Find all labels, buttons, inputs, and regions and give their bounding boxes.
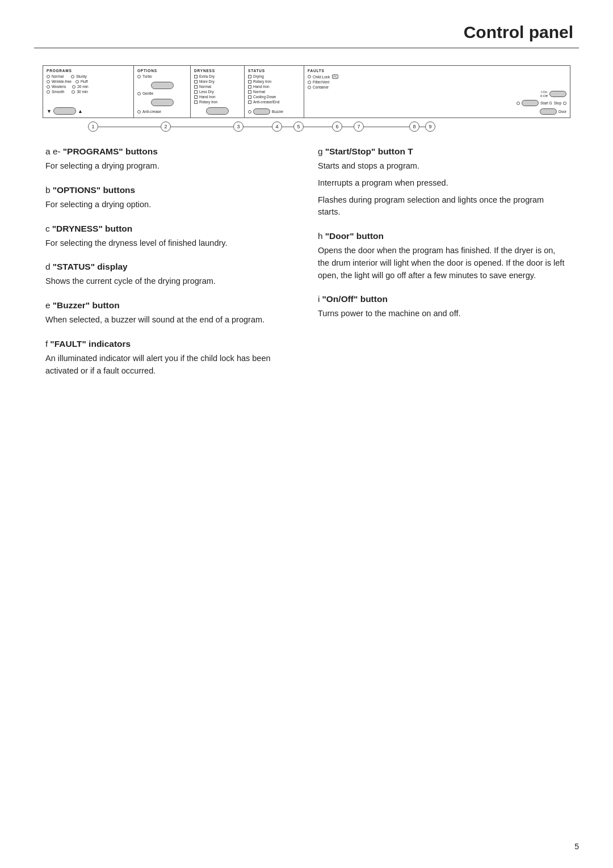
dryness-title: DRYNESS [194, 69, 241, 73]
num-8: 8 [409, 121, 419, 132]
section-i-heading: i"On/Off" button [318, 294, 568, 304]
opt-anticrease: Anti-crease [137, 110, 187, 114]
control-panel-diagram: PROGRAMS Normal Sturdy Wrinkle-free Fluf… [43, 65, 570, 118]
dryness-button[interactable] [206, 107, 229, 115]
num-9: 9 [425, 121, 435, 132]
stat-drying: Drying [248, 74, 300, 78]
section-h-body: Opens the door when the program has fini… [318, 245, 568, 282]
title-divider [34, 48, 579, 48]
num-6: 6 [332, 121, 342, 132]
numbered-indicators: 1 2 3 4 5 6 7 8 9 [34, 118, 579, 135]
faults-title: FAULTS [308, 69, 566, 73]
status-section: STATUS Drying Rotary Iron Hand Iron Norm… [245, 66, 304, 118]
section-c-body: For selecting the dryness level of finis… [45, 237, 295, 250]
section-e-heading: e"Buzzer" button [45, 300, 295, 311]
options-title: OPTIONS [137, 69, 187, 73]
page-number: 5 [574, 842, 579, 851]
startstop-area[interactable]: Start G Stop [308, 100, 566, 106]
num-2: 2 [161, 121, 171, 132]
dry-less: Less Dry [194, 90, 241, 94]
options-button-2[interactable] [151, 99, 174, 106]
section-d-body: Shows the current cycle of the drying pr… [45, 275, 295, 288]
fault-filtervent: Filter/Vent [308, 80, 566, 84]
opt-gentle: Gentle [137, 91, 187, 95]
section-a-body: For selecting a drying program. [45, 160, 295, 173]
section-a: a e-"PROGRAMS" buttons For selecting a d… [45, 146, 295, 173]
programs-title: PROGRAMS [47, 69, 130, 73]
section-h: h"Door" button Opens the door when the p… [318, 231, 568, 282]
prog-wrinkle: Wrinkle-free Fluff [47, 79, 130, 83]
prog-smooth: Smooth 30 min [47, 90, 130, 94]
fault-childlock: Child Lock PC [308, 74, 566, 79]
section-d-heading: d"STATUS" display [45, 262, 295, 272]
section-g-body: Starts and stops a program. Interrupts a… [318, 160, 568, 219]
page-title: Control panel [34, 23, 579, 42]
stat-rotary: Rotary Iron [248, 79, 300, 83]
stat-anticrease: Anti-crease/End [248, 100, 300, 104]
section-f-body: An illuminated indicator will alert you … [45, 353, 295, 378]
dryness-section: DRYNESS Extra Dry More Dry Normal Less D… [191, 66, 245, 118]
section-d: d"STATUS" display Shows the current cycl… [45, 262, 295, 288]
programs-section: PROGRAMS Normal Sturdy Wrinkle-free Fluf… [43, 66, 134, 118]
section-c: c"DRYNESS" button For selecting the dryn… [45, 224, 295, 250]
section-i: i"On/Off" button Turns power to the mach… [318, 294, 568, 320]
num-4: 4 [272, 121, 282, 132]
status-title: STATUS [248, 69, 300, 73]
section-e-body: When selected, a buzzer will sound at th… [45, 314, 295, 326]
buzzer-area[interactable]: Buzzer [248, 108, 300, 115]
section-a-heading: a e-"PROGRAMS" buttons [45, 146, 295, 157]
section-b-heading: b"OPTIONS" buttons [45, 185, 295, 195]
section-b: b"OPTIONS" buttons For selecting a dryin… [45, 185, 295, 211]
onoff-area[interactable]: I·On0·Off [308, 90, 566, 98]
num-1: 1 [88, 121, 98, 132]
content-area: a e-"PROGRAMS" buttons For selecting a d… [34, 146, 579, 389]
prog-woolens: Woolens 20 min [47, 85, 130, 89]
section-g: g"Start/Stop" button T Starts and stops … [318, 146, 568, 219]
stat-cooling: Cooling Down [248, 95, 300, 99]
opt-turbo: Turbo [137, 74, 187, 78]
section-b-body: For selecting a drying option. [45, 199, 295, 211]
options-section: OPTIONS Turbo Gentle Anti-crease [134, 66, 191, 118]
faults-section: FAULTS Child Lock PC Filter/Vent Contain… [304, 66, 570, 118]
num-7: 7 [354, 121, 364, 132]
section-c-heading: c"DRYNESS" button [45, 224, 295, 234]
dry-handiron: Hand Iron [194, 95, 241, 99]
fault-container: Container [308, 85, 566, 89]
section-i-body: Turns power to the machine on and off. [318, 308, 568, 320]
options-button-1[interactable] [151, 82, 174, 89]
stat-normal: Normal [248, 90, 300, 94]
right-controls: I·On0·Off Start G Stop Door [308, 90, 566, 115]
section-h-heading: h"Door" button [318, 231, 568, 241]
programs-knob-area[interactable]: ▼ ▲ [47, 107, 130, 115]
dry-extra: Extra Dry [194, 74, 241, 78]
section-g-heading: g"Start/Stop" button T [318, 146, 568, 157]
section-f-heading: f"FAULT" indicators [45, 339, 295, 349]
section-f: f"FAULT" indicators An illuminated indic… [45, 339, 295, 378]
stat-handiron: Hand Iron [248, 85, 300, 89]
num-5: 5 [293, 121, 304, 132]
num-3: 3 [233, 121, 243, 132]
dry-normal: Normal [194, 85, 241, 89]
door-area[interactable]: Door [308, 108, 566, 115]
section-e: e"Buzzer" button When selected, a buzzer… [45, 300, 295, 326]
dry-more: More Dry [194, 79, 241, 83]
dry-rotaryiron: Rotary Iron [194, 100, 241, 104]
prog-normal: Normal Sturdy [47, 74, 130, 78]
